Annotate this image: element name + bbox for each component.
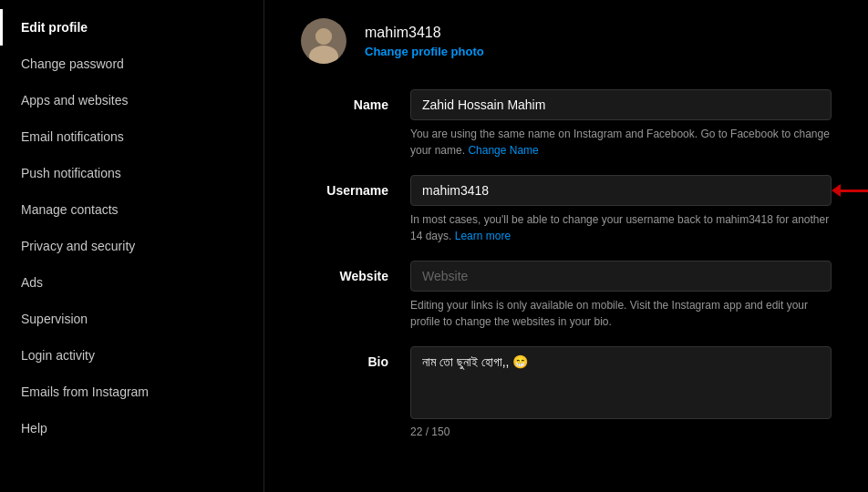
username-field: In most cases, you'll be able to change … <box>410 175 832 244</box>
website-row: Website Editing your links is only avail… <box>301 261 832 330</box>
website-label: Website <box>301 261 410 283</box>
sidebar-item-emails-instagram[interactable]: Emails from Instagram <box>0 374 264 410</box>
name-label: Name <box>301 89 410 112</box>
main-content: mahim3418 Change profile photo Name You … <box>264 0 868 492</box>
bio-row: Bio 22 / 150 <box>301 346 832 438</box>
username-label: Username <box>301 175 410 198</box>
sidebar-item-change-password[interactable]: Change password <box>0 46 264 82</box>
avatar[interactable] <box>301 18 346 64</box>
username-wrapper <box>410 175 832 206</box>
bio-field: 22 / 150 <box>410 346 832 438</box>
name-input[interactable] <box>410 89 832 120</box>
bio-count: 22 / 150 <box>410 425 832 438</box>
arrow-head-icon <box>832 184 841 197</box>
sidebar-item-supervision[interactable]: Supervision <box>0 301 264 337</box>
sidebar-item-edit-profile[interactable]: Edit profile <box>0 9 264 46</box>
profile-info: mahim3418 Change profile photo <box>365 25 484 58</box>
bio-textarea[interactable] <box>410 346 832 419</box>
sidebar-item-manage-contacts[interactable]: Manage contacts <box>0 191 264 228</box>
username-input[interactable] <box>410 175 832 206</box>
website-input[interactable] <box>410 261 832 292</box>
website-help: Editing your links is only available on … <box>410 297 832 330</box>
name-field: You are using the same name on Instagram… <box>410 89 832 159</box>
username-arrow <box>832 184 868 197</box>
bio-label: Bio <box>301 346 410 369</box>
change-photo-link[interactable]: Change profile photo <box>365 45 484 58</box>
avatar-image <box>301 18 346 64</box>
change-name-link[interactable]: Change Name <box>468 144 538 157</box>
sidebar: Edit profile Change password Apps and we… <box>0 0 264 492</box>
username-help: In most cases, you'll be able to change … <box>410 211 832 244</box>
sidebar-item-privacy-security[interactable]: Privacy and security <box>0 228 264 264</box>
username-row: Username In most cases, you'll be able t… <box>301 175 832 244</box>
svg-point-3 <box>315 28 332 45</box>
name-help: You are using the same name on Instagram… <box>410 126 832 159</box>
sidebar-item-email-notifications[interactable]: Email notifications <box>0 118 264 155</box>
profile-username: mahim3418 <box>365 25 484 41</box>
sidebar-item-login-activity[interactable]: Login activity <box>0 337 264 374</box>
website-field: Editing your links is only available on … <box>410 261 832 330</box>
name-row: Name You are using the same name on Inst… <box>301 89 832 159</box>
sidebar-item-ads[interactable]: Ads <box>0 264 264 301</box>
sidebar-item-push-notifications[interactable]: Push notifications <box>0 155 264 191</box>
sidebar-item-apps-websites[interactable]: Apps and websites <box>0 82 264 118</box>
arrow-line <box>841 190 868 192</box>
profile-header: mahim3418 Change profile photo <box>301 18 832 64</box>
sidebar-item-help[interactable]: Help <box>0 410 264 446</box>
learn-more-link[interactable]: Learn more <box>455 230 511 242</box>
